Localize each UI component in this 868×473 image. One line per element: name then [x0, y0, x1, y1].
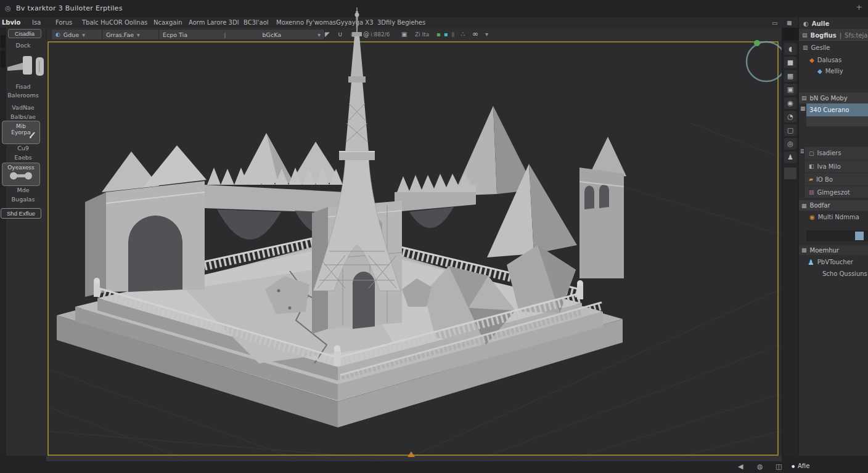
world-label: Multi Ndmma: [818, 214, 859, 220]
tab-stats[interactable]: Sfs:teja: [845, 32, 867, 39]
frame-marker[interactable]: [407, 451, 415, 457]
outliner-scene-row[interactable]: ▥ Geslle: [799, 42, 868, 53]
play-back-icon[interactable]: ◀: [738, 463, 743, 471]
status-dot-icon: ●: [792, 464, 795, 468]
scene-icon: ▥: [803, 44, 808, 51]
buffer-section[interactable]: ▦ Bodfar: [799, 200, 868, 211]
viewport-canvas: [46, 6, 782, 459]
send-evolve-button[interactable]: Shd Exflue: [1, 208, 41, 219]
mallet-handle-icon: [7, 62, 25, 71]
shield-icon: ▤: [802, 32, 808, 38]
proportional-tool-button[interactable]: Oyeaxess: [2, 163, 40, 186]
columns-icon[interactable]: ◫: [776, 463, 782, 471]
tool-icons[interactable]: [6, 52, 44, 81]
viewport-3d[interactable]: [46, 41, 782, 456]
object-label: Dalusas: [817, 57, 842, 63]
list-item[interactable]: ▧ Gimgeszot: [805, 186, 868, 198]
tab-engine[interactable]: Bogfius: [811, 32, 837, 39]
tab-divider: |: [840, 32, 841, 39]
menu-edit[interactable]: Isa: [32, 19, 41, 26]
left-tool-panel: Cisadlia Dock Fisad Balerooms VadNae Bal…: [0, 28, 47, 456]
list-item-label: Iva Milo: [817, 163, 841, 170]
tracker-label: PbVToucher: [817, 259, 853, 265]
camera-mini-icon: ▦: [800, 105, 806, 111]
menu-file[interactable]: Lbvio: [2, 19, 20, 26]
navigation-gizmo[interactable]: [747, 40, 782, 81]
resize-icon[interactable]: +: [856, 2, 862, 12]
outliner-object-row[interactable]: ◆ Dalusas: [799, 54, 868, 65]
list-item[interactable]: ▰ IO Bo: [805, 173, 868, 186]
brush-label-1: Mib: [2, 123, 39, 129]
value-slider[interactable]: [806, 230, 868, 241]
hand-tool-icon[interactable]: ◖: [784, 43, 796, 55]
view-layer-label: bN Go Moby: [810, 95, 848, 102]
viewport-side-strip: ◖ ■ ▦ ▣ ◉ ◔ ▢ ◎ ♟: [782, 41, 799, 456]
brush-tool-button[interactable]: Mib Eyorpa: [2, 121, 40, 144]
rail-slot[interactable]: [1, 51, 6, 67]
object-icon: ◆: [809, 57, 814, 63]
buffer-label: Bodfar: [810, 202, 830, 209]
mesh-icon[interactable]: ▢: [784, 124, 796, 136]
curve-icon[interactable]: ◔: [784, 111, 796, 123]
selected-camera-label: 340 Cuerano: [809, 107, 849, 113]
list-item-label: Gimgeszot: [817, 189, 850, 196]
window-box-icon[interactable]: ■: [787, 20, 792, 26]
panel-tabs: ▤ Bogfius | Sfs:teja: [799, 29, 868, 42]
scene-label: Geslle: [811, 44, 830, 51]
world-row[interactable]: ◉ Multi Ndmma: [799, 211, 868, 223]
world-icon: ◉: [809, 214, 815, 220]
member-label: Moemhur: [810, 247, 839, 254]
render-icon: ▦: [801, 203, 807, 209]
slider-handle[interactable]: [855, 232, 864, 240]
settings-row[interactable]: Scho Qussiuns: [799, 268, 868, 279]
mask-icon: ◧: [809, 163, 814, 169]
tool-label[interactable]: VadNae: [0, 104, 46, 111]
empty-slot-icon[interactable]: [784, 168, 796, 179]
sphere-icon[interactable]: ◎: [784, 138, 796, 150]
list-item[interactable]: ◧ Iva Milo: [805, 160, 868, 173]
right-panel: ◐ Aulle ▤ Bogfius | Sfs:teja ▥ Geslle ◆ …: [798, 17, 868, 456]
tool-label[interactable]: Bugalas: [0, 196, 46, 203]
composite-icon: ▧: [809, 189, 814, 195]
pen-icon: ▰: [809, 176, 813, 182]
record-icon[interactable]: ◍: [757, 463, 763, 471]
application-window: ◎ Bv txarktor 3 Builoter Erptiles + Lbvi…: [0, 0, 868, 473]
list-item-label: Isadiers: [817, 150, 841, 156]
panel-header[interactable]: ◐ Aulle: [799, 18, 868, 28]
camera-selected-row[interactable]: 340 Cuerano: [806, 103, 868, 116]
tool-label[interactable]: Balerooms: [0, 92, 46, 99]
tool-label[interactable]: Eaebs: [0, 154, 46, 161]
app-logo-icon: ◎: [5, 4, 11, 12]
model-paris-diorama[interactable]: [57, 7, 626, 427]
tool-label[interactable]: Balbs/ae: [0, 113, 46, 120]
tool-button-label: Oyeaxess: [2, 164, 39, 171]
modifier-wrench-icon: ◆: [817, 68, 822, 75]
mallet-head-icon: [23, 56, 32, 75]
settings-label: Scho Qussiuns: [822, 270, 867, 277]
view-layer-icon: ▤: [801, 95, 807, 101]
dock-label: Dock: [0, 42, 46, 49]
status-label: Afie: [798, 463, 809, 469]
camera-icon[interactable]: ◉: [784, 97, 796, 109]
texture-icon[interactable]: ▦: [784, 70, 796, 82]
tool-label[interactable]: Cu9: [0, 145, 46, 152]
pen-icon: [29, 131, 36, 139]
image-icon[interactable]: ▣: [784, 84, 796, 95]
list-item-label: IO Bo: [816, 176, 833, 183]
tool-label[interactable]: Mde: [0, 187, 46, 193]
mode-button[interactable]: Cisadlia: [8, 29, 41, 38]
view-layer-section[interactable]: ▤ bN Go Moby: [799, 92, 868, 103]
stamp-icon[interactable]: ♟: [784, 152, 796, 163]
dumbbell-icon: [9, 171, 33, 180]
tracker-row[interactable]: ♟ PbVToucher: [799, 256, 868, 268]
camera-sub-row[interactable]: [806, 116, 868, 126]
monitor-icon: ▢: [809, 150, 814, 156]
list-item[interactable]: ▢ Isadiers: [805, 147, 868, 160]
outliner-modifier-row[interactable]: ◆ Melliy: [799, 65, 868, 76]
member-icon: ▩: [801, 247, 807, 253]
tool-label[interactable]: Fisad: [0, 83, 46, 90]
select-box-icon[interactable]: ■: [784, 57, 796, 68]
member-section[interactable]: ▩ Moemhur: [799, 245, 868, 255]
panel-header-label: Aulle: [812, 20, 830, 27]
globe-icon: ◐: [803, 20, 809, 27]
